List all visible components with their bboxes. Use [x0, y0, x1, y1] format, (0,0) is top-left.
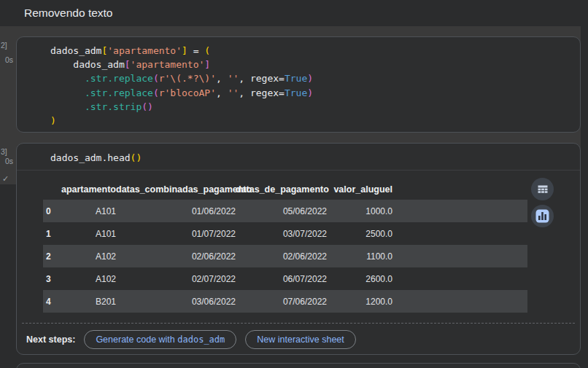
- next-steps-label: Next steps:: [26, 334, 75, 345]
- exec-count-cell2[interactable]: 3]: [1, 147, 7, 156]
- dataframe-output: apartamentodatas_combinadas_pagamentodat…: [43, 179, 527, 313]
- next-steps-separator: [22, 323, 575, 324]
- new-sheet-text: New interactive sheet: [257, 334, 344, 345]
- table-row: 1A10101/07/202203/07/20222500.0: [43, 222, 527, 245]
- code-line: dados_adm['apartamento'] = (: [50, 44, 574, 58]
- table-cell: 1000.0: [327, 200, 392, 222]
- table-grid-icon: [537, 184, 549, 195]
- generate-code-varname: dados_adm: [177, 334, 225, 345]
- table-cell: 03/06/2022: [116, 290, 236, 313]
- table-cell: 06/07/2022: [236, 267, 327, 290]
- interactive-table-button[interactable]: [531, 178, 554, 200]
- row-index: 0: [43, 200, 59, 222]
- table-cell: 02/06/2022: [116, 245, 236, 267]
- dataframe-table: apartamentodatas_combinadas_pagamentodat…: [43, 179, 527, 313]
- code-line: ): [50, 114, 574, 128]
- row-index: 4: [43, 290, 59, 313]
- table-cell: 01/07/2022: [116, 222, 236, 245]
- next-steps-bar: Next steps: Generate code with dados_adm…: [26, 330, 356, 349]
- code-cell-1: dados_adm['apartamento'] = ( dados_adm['…: [16, 36, 581, 133]
- code-line: dados_adm.head(): [50, 151, 574, 165]
- row-index: 3: [43, 267, 59, 290]
- generate-code-text: Generate code with: [96, 334, 177, 345]
- row-index: 2: [43, 245, 59, 267]
- column-header: valor_aluguel: [327, 179, 392, 200]
- table-cell: 1200.0: [327, 290, 392, 313]
- code-cell-2: dados_adm.head() apartamentodatas_combin…: [16, 143, 581, 355]
- column-header: datas_de_pagamento: [236, 179, 327, 200]
- code-line: dados_adm['apartamento']: [50, 58, 574, 71]
- cell-success-check-icon: ✓: [2, 174, 9, 184]
- code-editor-cell1[interactable]: dados_adm['apartamento'] = ( dados_adm['…: [17, 37, 580, 128]
- table-cell: 2500.0: [327, 222, 392, 245]
- markdown-heading: Removendo texto: [24, 7, 113, 20]
- table-cell: 1100.0: [327, 245, 392, 267]
- table-header-row: apartamentodatas_combinadas_pagamentodat…: [43, 179, 527, 200]
- code-line: .str.strip(): [50, 100, 574, 114]
- code-line: .str.replace(r'\(.*?\)', '', regex=True): [50, 71, 574, 85]
- code-line: .str.replace(r'blocoAP', '', regex=True): [50, 86, 574, 100]
- table-cell: 02/06/2022: [236, 245, 327, 267]
- exec-time-cell2: 0s: [5, 157, 13, 165]
- bar-chart-icon: [535, 209, 549, 223]
- table-cell: 2600.0: [327, 267, 392, 290]
- new-interactive-sheet-button[interactable]: New interactive sheet: [245, 330, 356, 349]
- table-cell: 02/07/2022: [116, 267, 236, 290]
- table-cell: A101: [59, 200, 116, 222]
- exec-time-cell1: 0s: [5, 55, 13, 64]
- column-header: datas_combinadas_pagamento: [116, 179, 236, 200]
- table-cell: A101: [59, 222, 116, 245]
- code-editor-cell2[interactable]: dados_adm.head(): [17, 144, 580, 171]
- row-index: 1: [43, 222, 59, 245]
- code-cell-3[interactable]: [16, 363, 581, 368]
- suggest-charts-button[interactable]: [531, 205, 554, 227]
- column-header: apartamento: [59, 179, 116, 200]
- generate-code-button[interactable]: Generate code with dados_adm: [84, 330, 236, 349]
- table-row: 4B20103/06/202207/06/20221200.0: [43, 290, 527, 313]
- table-cell: 01/06/2022: [116, 200, 236, 222]
- table-cell: B201: [59, 290, 116, 313]
- table-row: 2A10202/06/202202/06/20221100.0: [43, 245, 527, 267]
- table-cell: 07/06/2022: [236, 290, 327, 313]
- table-cell: A102: [59, 245, 116, 267]
- table-cell: 05/06/2022: [236, 200, 327, 222]
- table-cell: 03/07/2022: [236, 222, 327, 245]
- table-cell: A102: [59, 267, 116, 290]
- table-row: 3A10202/07/202206/07/20222600.0: [43, 267, 527, 290]
- exec-count-cell1[interactable]: 2]: [1, 41, 7, 50]
- table-row: 0A10101/06/202205/06/20221000.0: [43, 200, 527, 222]
